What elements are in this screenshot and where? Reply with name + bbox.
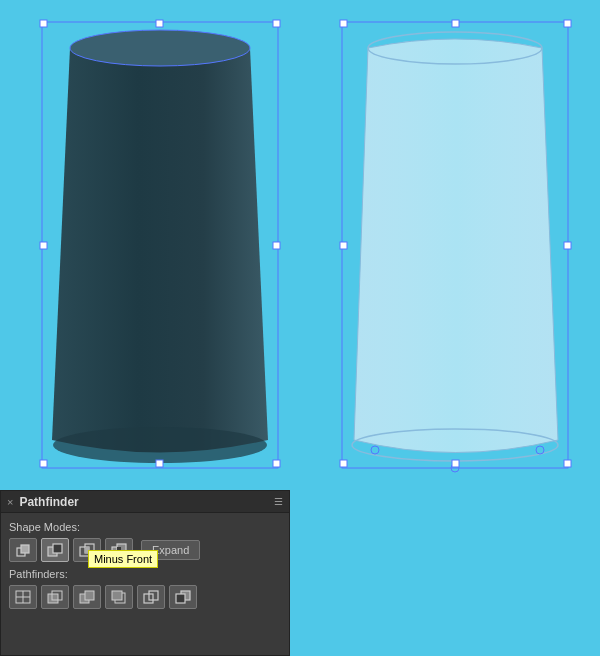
svg-rect-6	[40, 242, 47, 249]
svg-point-2	[53, 427, 267, 463]
svg-rect-47	[176, 594, 185, 603]
svg-rect-28	[53, 544, 62, 553]
svg-rect-4	[156, 20, 163, 27]
panel-close-button[interactable]: ×	[7, 496, 13, 508]
svg-rect-8	[40, 460, 47, 467]
svg-rect-10	[273, 460, 280, 467]
minus-back-button[interactable]	[169, 585, 197, 609]
crop-button[interactable]	[105, 585, 133, 609]
panel-title: Pathfinder	[19, 495, 78, 509]
unite-button[interactable]	[9, 538, 37, 562]
svg-rect-20	[340, 242, 347, 249]
svg-point-17	[371, 446, 379, 454]
svg-rect-7	[273, 242, 280, 249]
svg-rect-38	[48, 594, 58, 603]
pathfinders-row	[9, 585, 281, 609]
svg-point-19	[536, 446, 544, 454]
svg-rect-24	[564, 460, 571, 467]
merge-button[interactable]	[73, 585, 101, 609]
pathfinder-panel: × Pathfinder ☰ Shape Modes: Expand	[0, 490, 290, 656]
svg-rect-43	[112, 591, 122, 600]
tooltip: Minus Front	[88, 550, 158, 568]
panel-titlebar: × Pathfinder ☰	[1, 491, 289, 513]
pathfinders-label: Pathfinders:	[9, 568, 281, 580]
svg-rect-26	[21, 545, 29, 553]
outline-button[interactable]	[137, 585, 165, 609]
panel-menu-icon[interactable]: ☰	[274, 496, 283, 507]
left-cup-svg	[40, 20, 290, 480]
svg-rect-9	[156, 460, 163, 467]
svg-rect-3	[40, 20, 47, 27]
svg-rect-23	[452, 460, 459, 467]
minus-front-button[interactable]	[41, 538, 69, 562]
svg-rect-14	[340, 20, 347, 27]
canvas-area	[0, 0, 600, 490]
svg-rect-5	[273, 20, 280, 27]
svg-rect-21	[564, 242, 571, 249]
svg-point-1	[70, 30, 250, 66]
svg-rect-41	[85, 591, 94, 600]
right-cup-svg	[340, 20, 580, 480]
svg-rect-22	[340, 460, 347, 467]
shape-modes-label: Shape Modes:	[9, 521, 281, 533]
svg-rect-16	[564, 20, 571, 27]
svg-rect-15	[452, 20, 459, 27]
divide-button[interactable]	[9, 585, 37, 609]
trim-button[interactable]	[41, 585, 69, 609]
